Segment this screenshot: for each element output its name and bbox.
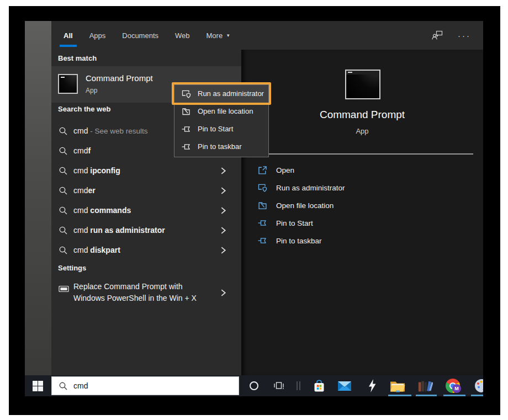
shield-admin-icon	[258, 183, 268, 193]
chevron-right-icon[interactable]	[220, 247, 227, 254]
chevron-right-icon[interactable]	[220, 289, 227, 296]
settings-item-line1: Replace Command Prompt with	[73, 282, 183, 291]
preview-panel: Command Prompt App Open Run as administr…	[241, 50, 483, 375]
tab-documents[interactable]: Documents	[122, 21, 158, 50]
paint-palette-icon[interactable]	[474, 379, 483, 393]
pin-icon	[258, 236, 268, 245]
search-icon	[59, 166, 68, 176]
more-options-icon[interactable]: ···	[458, 31, 471, 40]
taskbar-separator	[297, 381, 300, 390]
context-menu: Run as administrator Open file location …	[174, 84, 269, 157]
suggestion-text: cmdf	[73, 146, 91, 155]
search-filter-tabs: All Apps Documents Web More▼	[64, 21, 230, 50]
best-match-label: Best match	[58, 54, 97, 62]
divider	[258, 153, 473, 155]
taskbar: M	[25, 375, 483, 396]
menu-item-open-file-location[interactable]: Open file location	[174, 103, 268, 120]
windows-search-screenshot: All Apps Documents Web More▼ ··· Best ma…	[0, 0, 508, 420]
windows-logo-icon	[33, 381, 43, 391]
suggestion-text: cmder	[73, 186, 96, 195]
tab-web[interactable]: Web	[175, 21, 190, 50]
file-explorer-icon[interactable]	[390, 379, 405, 393]
search-input[interactable]	[73, 381, 223, 390]
settings-result-row[interactable]: Replace Command Prompt with Windows Powe…	[51, 278, 241, 310]
tab-apps[interactable]: Apps	[89, 21, 106, 50]
menu-item-pin-to-taskbar[interactable]: Pin to taskbar	[174, 138, 268, 156]
open-icon	[258, 166, 267, 175]
pin-icon	[258, 219, 268, 227]
lightning-bolt-icon[interactable]	[364, 379, 380, 393]
search-icon	[59, 206, 68, 215]
best-match-title: Command Prompt	[86, 73, 153, 83]
action-label: Pin to taskbar	[276, 237, 322, 245]
taskbar-search-box[interactable]	[51, 376, 239, 395]
start-button[interactable]	[25, 375, 51, 396]
search-icon	[59, 246, 68, 255]
web-suggestion-row[interactable]: cmd run as administrator	[51, 221, 241, 241]
search-icon	[59, 146, 68, 156]
settings-label: Settings	[58, 264, 86, 272]
web-suggestion-row[interactable]: cmder	[51, 181, 241, 201]
desktop-edge	[25, 21, 51, 375]
search-icon	[59, 126, 68, 136]
chrome-logo: M	[446, 379, 460, 393]
suggestion-text: cmd run as administrator	[73, 226, 165, 235]
search-header: All Apps Documents Web More▼ ···	[51, 21, 483, 50]
pin-icon	[182, 142, 192, 151]
menu-item-label: Run as administrator	[198, 89, 264, 98]
chevron-down-icon: ▼	[226, 33, 230, 38]
search-icon	[59, 226, 68, 235]
running-indicator	[471, 395, 483, 396]
task-view-icon[interactable]	[273, 380, 284, 391]
suggestion-text: cmd - See web results	[73, 126, 148, 135]
search-icon	[59, 381, 68, 391]
tab-all-label: All	[64, 31, 73, 40]
microsoft-store-icon[interactable]	[311, 379, 327, 393]
chrome-icon[interactable]: M	[445, 379, 461, 393]
cortana-icon[interactable]	[250, 381, 258, 390]
library-books-icon[interactable]	[417, 379, 433, 393]
web-suggestion-row[interactable]: cmd ipconfig	[51, 161, 241, 181]
tab-all[interactable]: All	[64, 21, 73, 50]
feedback-icon[interactable]	[431, 30, 443, 41]
action-label: Pin to Start	[276, 219, 313, 227]
chevron-right-icon[interactable]	[220, 187, 227, 194]
action-label: Open file location	[276, 201, 334, 210]
action-label: Run as administrator	[276, 184, 345, 192]
chrome-profile-badge: M	[452, 384, 461, 393]
action-run-as-admin[interactable]: Run as administrator	[258, 179, 473, 197]
suggestion-text: cmd ipconfig	[73, 166, 120, 175]
preview-app-title: Command Prompt	[241, 109, 483, 121]
suggestion-text: cmd commands	[73, 206, 131, 215]
settings-item-line2: Windows PowerShell in the Win + X	[73, 294, 197, 302]
tab-more[interactable]: More▼	[207, 21, 231, 50]
suggestion-text: cmd diskpart	[73, 246, 120, 254]
command-prompt-icon-large	[345, 70, 380, 99]
chevron-right-icon[interactable]	[220, 207, 227, 214]
menu-item-label: Open file location	[198, 107, 253, 115]
mail-icon[interactable]	[337, 379, 352, 393]
web-suggestion-row[interactable]: cmd commands	[51, 201, 241, 221]
menu-item-label: Pin to Start	[198, 125, 233, 133]
folder-icon	[182, 107, 190, 116]
menu-item-label: Pin to taskbar	[198, 142, 242, 151]
chevron-right-icon[interactable]	[220, 167, 227, 174]
tab-more-label: More	[207, 31, 223, 40]
running-indicator	[416, 395, 437, 396]
action-open-file-location[interactable]: Open file location	[258, 197, 473, 215]
action-pin-to-start[interactable]: Pin to Start	[258, 215, 473, 232]
best-match-subtitle: App	[86, 87, 97, 94]
web-suggestion-row[interactable]: cmd diskpart	[51, 241, 241, 260]
preview-app-subtitle: App	[241, 127, 483, 135]
chevron-right-icon[interactable]	[220, 227, 227, 234]
tab-apps-label: Apps	[89, 31, 106, 40]
action-pin-to-taskbar[interactable]: Pin to taskbar	[258, 232, 473, 250]
pin-icon	[182, 125, 192, 134]
running-indicator	[388, 395, 411, 396]
menu-item-pin-to-start[interactable]: Pin to Start	[174, 120, 268, 138]
folder-icon	[258, 201, 267, 210]
action-open[interactable]: Open	[258, 162, 473, 179]
display-settings-icon	[59, 285, 69, 293]
menu-item-run-as-administrator[interactable]: Run as administrator	[174, 85, 268, 103]
search-the-web-label: Search the web	[58, 105, 110, 113]
